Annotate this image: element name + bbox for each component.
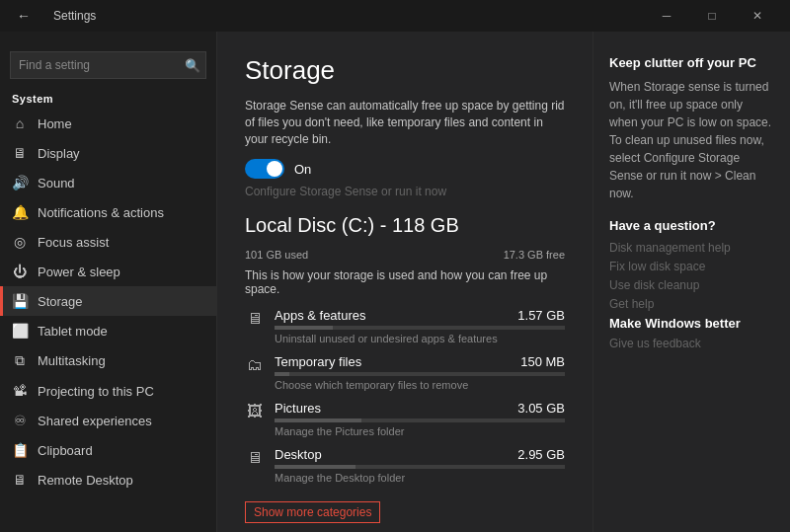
disk-desc: This is how your storage is used and how… [245,268,565,296]
close-button[interactable]: ✕ [735,0,780,32]
sidebar-item-label-tablet: Tablet mode [38,324,108,339]
disk-free-label: 17.3 GB free [504,249,565,261]
sidebar-item-label-sound: Sound [38,176,75,190]
storage-item-icon-0: 🖥 [245,310,265,330]
storage-item-name-0: Apps & features [275,308,366,323]
sidebar-item-label-storage: Storage [38,294,83,309]
multitasking-icon: ⧉ [12,352,28,369]
sidebar-item-clipboard[interactable]: 📋Clipboard [0,435,216,465]
sidebar: 🔍 System ⌂Home🖥Display🔊Sound🔔Notificatio… [0,32,217,532]
storage-item-size-3: 2.95 GB [517,447,565,462]
titlebar-controls: ─ □ ✕ [644,0,780,32]
titlebar: ← Settings ─ □ ✕ [0,0,790,32]
feedback-link[interactable]: Give us feedback [609,337,774,350]
sound-icon: 🔊 [12,175,28,190]
tablet-icon: ⬜ [12,323,28,339]
storage-item-info-3: Desktop 2.95 GB Manage the Desktop folde… [275,447,565,484]
storage-item-bar-fill-2 [275,418,361,422]
storage-sense-toggle[interactable] [245,159,284,179]
storage-item-sub-1: Choose which temporary files to remove [275,379,565,391]
storage-item-info-2: Pictures 3.05 GB Manage the Pictures fol… [275,401,565,437]
storage-icon: 💾 [12,293,28,309]
home-icon: ⌂ [12,115,28,131]
storage-item-size-1: 150 MB [520,354,565,369]
storage-item-info-1: Temporary files 150 MB Choose which temp… [275,354,565,391]
panel-link-0[interactable]: Disk management help [609,241,774,255]
sidebar-item-sound[interactable]: 🔊Sound [0,168,216,197]
storage-items-container: 🖥 Apps & features 1.57 GB Uninstall unus… [245,308,565,494]
back-button[interactable]: ← [10,2,38,30]
section-label: System [0,87,216,109]
page-title: Storage [245,55,565,86]
main-layout: 🔍 System ⌂Home🖥Display🔊Sound🔔Notificatio… [0,32,790,532]
sidebar-item-display[interactable]: 🖥Display [0,138,216,168]
power-icon: ⏻ [12,264,28,279]
storage-item-bar-fill-1 [275,372,289,376]
storage-item-header-2: Pictures 3.05 GB [275,401,565,416]
storage-item-2[interactable]: 🖼 Pictures 3.05 GB Manage the Pictures f… [245,401,565,437]
storage-item-sub-2: Manage the Pictures folder [275,425,565,437]
storage-item-1[interactable]: 🗂 Temporary files 150 MB Choose which te… [245,354,565,391]
remote-icon: 🖥 [12,472,28,488]
sidebar-item-label-remote: Remote Desktop [38,473,133,488]
storage-item-name-2: Pictures [275,401,321,416]
sidebar-item-projecting[interactable]: 📽Projecting to this PC [0,376,216,406]
sidebar-item-power[interactable]: ⏻Power & sleep [0,257,216,286]
sidebar-item-label-notifications: Notifications & actions [38,205,164,220]
storage-item-size-0: 1.57 GB [517,308,565,323]
show-more-button[interactable]: Show more categories [245,501,380,523]
sidebar-item-label-display: Display [38,146,80,161]
storage-item-sub-0: Uninstall unused or undesired apps & fea… [275,333,565,344]
panel-link-3[interactable]: Get help [609,297,774,311]
storage-item-0[interactable]: 🖥 Apps & features 1.57 GB Uninstall unus… [245,308,565,344]
sidebar-item-label-clipboard: Clipboard [38,443,93,458]
minimize-button[interactable]: ─ [644,0,689,32]
shared-icon: ♾ [12,413,28,428]
make-better-title: Make Windows better [609,316,774,331]
question-title: Have a question? [609,218,774,233]
sidebar-item-label-focus: Focus assist [38,235,109,250]
sidebar-item-label-power: Power & sleep [38,265,120,279]
storage-item-bar-fill-0 [275,326,333,330]
storage-sense-description: Storage Sense can automatically free up … [245,98,565,147]
storage-item-icon-2: 🖼 [245,403,265,422]
clutter-title: Keep clutter off your PC [609,55,774,70]
focus-icon: ◎ [12,234,28,250]
sidebar-item-label-multitasking: Multitasking [38,353,106,368]
storage-item-header-3: Desktop 2.95 GB [275,447,565,462]
sidebar-item-home[interactable]: ⌂Home [0,109,216,138]
storage-item-bar-3 [275,465,565,469]
search-box: 🔍 [10,51,206,79]
storage-item-bar-2 [275,418,565,422]
toggle-row: On [245,159,565,179]
configure-link[interactable]: Configure Storage Sense or run it now [245,185,565,198]
sidebar-item-tablet[interactable]: ⬜Tablet mode [0,316,216,345]
disk-bar-labels: 101 GB used 17.3 GB free [245,249,565,261]
sidebar-item-multitasking[interactable]: ⧉Multitasking [0,345,216,376]
display-icon: 🖥 [12,145,28,161]
sidebar-nav-top [0,32,216,47]
sidebar-item-focus[interactable]: ◎Focus assist [0,227,216,257]
storage-item-info-0: Apps & features 1.57 GB Uninstall unused… [275,308,565,344]
maximize-button[interactable]: □ [689,0,735,32]
storage-item-icon-1: 🗂 [245,356,265,376]
panel-link-1[interactable]: Fix low disk space [609,260,774,273]
storage-item-3[interactable]: 🖥 Desktop 2.95 GB Manage the Desktop fol… [245,447,565,484]
panel-link-2[interactable]: Use disk cleanup [609,278,774,292]
storage-item-header-1: Temporary files 150 MB [275,354,565,369]
sidebar-item-label-home: Home [38,116,72,131]
sidebar-item-remote[interactable]: 🖥Remote Desktop [0,465,216,494]
sidebar-item-notifications[interactable]: 🔔Notifications & actions [0,197,216,227]
disk-used-label: 101 GB used [245,249,308,261]
clipboard-icon: 📋 [12,442,28,458]
search-input[interactable] [10,51,206,79]
notifications-icon: 🔔 [12,204,28,220]
search-icon: 🔍 [185,58,200,73]
storage-item-size-2: 3.05 GB [517,401,565,416]
disk-title: Local Disc (C:) - 118 GB [245,214,565,237]
sidebar-item-storage[interactable]: 💾Storage [0,286,216,316]
panel-links: Disk management helpFix low disk spaceUs… [609,241,774,311]
sidebar-item-shared[interactable]: ♾Shared experiences [0,406,216,435]
titlebar-nav: ← Settings [10,2,96,30]
storage-item-bar-fill-3 [275,465,356,469]
